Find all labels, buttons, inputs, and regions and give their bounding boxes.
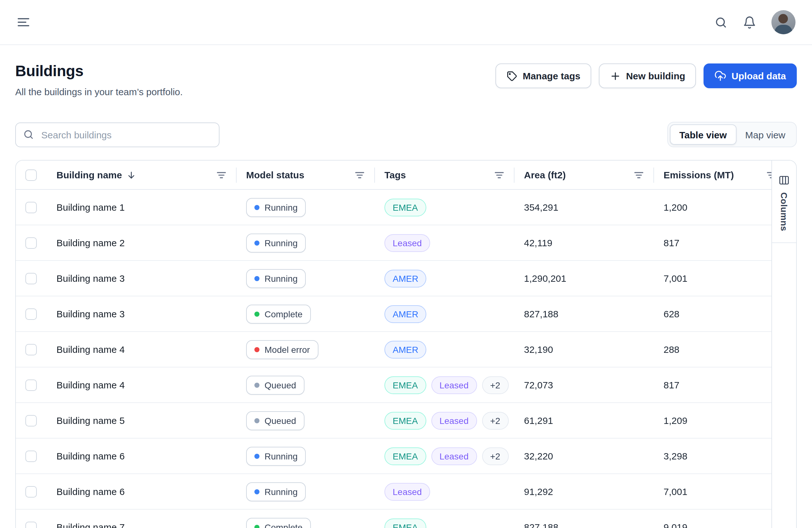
tags-cell: EMEALeased+2 [374, 412, 514, 429]
status-badge: Running [246, 482, 306, 501]
row-checkbox-cell [16, 486, 46, 497]
row-checkbox[interactable] [25, 273, 37, 284]
header-checkbox-cell [16, 169, 46, 181]
header-building-name: Building name [46, 169, 236, 181]
columns-button[interactable]: Columns [772, 160, 796, 243]
search-input[interactable] [15, 122, 219, 147]
new-building-button[interactable]: New building [599, 63, 696, 88]
filter-icon[interactable] [216, 169, 227, 181]
row-checkbox[interactable] [25, 201, 37, 213]
area-value: 42,119 [524, 237, 553, 248]
filter-icon[interactable] [633, 169, 644, 181]
model-status-cell: Running [236, 446, 374, 466]
columns-button-label: Columns [779, 192, 789, 231]
header-emissions: Emissions (MT) [653, 169, 771, 180]
status-dot-icon [255, 240, 259, 245]
status-dot-icon [255, 525, 259, 528]
area-cell: 32,190 [514, 344, 653, 355]
map-view-tab[interactable]: Map view [736, 124, 794, 145]
manage-tags-button[interactable]: Manage tags [495, 63, 591, 88]
table-row: Building name 2 Running Leased 42,119 81… [16, 225, 771, 261]
row-checkbox[interactable] [25, 450, 37, 462]
menu-icon[interactable] [16, 15, 30, 29]
row-checkbox[interactable] [25, 415, 37, 426]
filter-icon[interactable] [354, 169, 365, 181]
bell-icon[interactable] [743, 16, 756, 29]
tags-cell: Leased [374, 483, 514, 500]
building-name-value: Building name 3 [56, 309, 125, 319]
plus-icon [610, 70, 621, 82]
search-icon[interactable] [714, 16, 728, 29]
select-all-checkbox[interactable] [25, 169, 37, 181]
building-name-value: Building name 6 [56, 486, 125, 497]
status-dot-icon [255, 489, 259, 494]
area-cell: 827,188 [514, 522, 653, 528]
row-checkbox[interactable] [25, 344, 37, 355]
new-building-label: New building [626, 70, 685, 81]
tag-badge-amer: AMER [385, 269, 426, 287]
page-header: Buildings All the buildings in your team… [15, 61, 797, 99]
model-status-cell: Queued [236, 411, 374, 430]
tag-badge-leased: Leased [385, 234, 430, 252]
tag-badge-emea: EMEA [385, 518, 426, 528]
table-row: Building name 3 Complete AMER 827,188 62… [16, 296, 771, 332]
emissions-value: 817 [664, 380, 679, 390]
sort-desc-icon[interactable] [127, 170, 137, 180]
row-checkbox-cell [16, 521, 46, 528]
tags-cell: EMEA [374, 198, 514, 216]
row-checkbox[interactable] [25, 237, 37, 248]
tags-cell: EMEA [374, 518, 514, 528]
tag-badge-more: +2 [482, 412, 508, 429]
tags-cell: AMER [374, 269, 514, 287]
row-checkbox-cell [16, 450, 46, 462]
status-dot-icon [255, 454, 259, 458]
toolbar: Table view Map view [15, 122, 797, 147]
building-name-cell: Building name 1 [46, 202, 236, 213]
filter-icon[interactable] [494, 169, 505, 181]
model-status-cell: Complete [236, 304, 374, 323]
status-dot-icon [255, 205, 259, 210]
emissions-value: 3,298 [664, 451, 687, 461]
area-cell: 61,291 [514, 415, 653, 426]
area-value: 827,188 [524, 309, 558, 319]
building-name-value: Building name 4 [56, 380, 125, 390]
tag-badge-more: +2 [482, 376, 508, 394]
tag-badge-leased: Leased [431, 412, 477, 429]
tag-badge-amer: AMER [385, 341, 426, 358]
row-checkbox[interactable] [25, 379, 37, 390]
tag-icon [506, 70, 518, 82]
row-checkbox[interactable] [25, 521, 37, 528]
row-checkbox-cell [16, 344, 46, 355]
building-name-value: Building name 3 [56, 273, 125, 284]
area-value: 32,190 [524, 344, 553, 355]
tag-badge-emea: EMEA [385, 447, 426, 465]
table-view-tab[interactable]: Table view [670, 124, 737, 145]
building-name-header-label: Building name [56, 169, 122, 180]
row-checkbox[interactable] [25, 308, 37, 319]
area-value: 72,073 [524, 380, 553, 390]
manage-tags-label: Manage tags [523, 70, 580, 81]
tag-badge-amer: AMER [385, 305, 426, 323]
emissions-value: 817 [664, 237, 679, 248]
emissions-value: 1,200 [664, 202, 687, 213]
area-value: 827,188 [524, 522, 558, 528]
area-header-label: Area (ft2) [524, 169, 566, 180]
tag-badge-more: +2 [482, 447, 508, 465]
building-name-cell: Building name 3 [46, 309, 236, 319]
emissions-value: 628 [664, 309, 679, 319]
table-row: Building name 4 Model error AMER 32,190 … [16, 332, 771, 368]
emissions-cell: 817 [653, 237, 771, 248]
table-row: Building name 3 Running AMER 1,290,201 7… [16, 261, 771, 296]
status-label: Running [264, 273, 298, 283]
columns-icon [778, 174, 790, 186]
emissions-header-label: Emissions (MT) [664, 169, 734, 180]
tag-badge-leased: Leased [431, 447, 477, 465]
page-subtitle: All the buildings in your team’s portfol… [15, 85, 183, 99]
avatar[interactable] [771, 10, 796, 34]
search-field [15, 122, 219, 147]
upload-data-button[interactable]: Upload data [704, 63, 797, 88]
header-model-status: Model status [236, 169, 374, 181]
row-checkbox[interactable] [25, 486, 37, 497]
status-badge: Complete [246, 517, 311, 528]
status-badge: Running [246, 198, 306, 217]
